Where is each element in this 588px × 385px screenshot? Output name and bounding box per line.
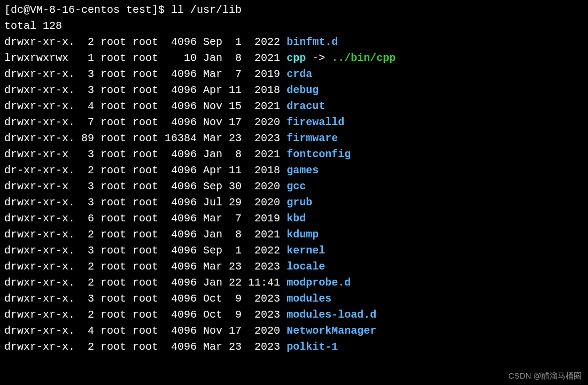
owner: root	[94, 276, 126, 289]
file-size: 4096	[158, 196, 197, 209]
group: root	[126, 196, 158, 209]
file-date: Jan 8 2021	[197, 52, 280, 64]
file-row: drwxr-xr-x. 2 root root 4096 Mar 23 2023…	[4, 259, 584, 275]
group: root	[126, 100, 158, 112]
group: root	[126, 341, 158, 353]
file-row: drwxr-xr-x. 3 root root 4096 Mar 7 2019 …	[4, 66, 584, 82]
file-name: kdump	[280, 228, 319, 241]
permissions: drwxr-xr-x.	[4, 68, 75, 80]
permissions: drwxr-xr-x.	[4, 196, 75, 209]
link-count: 3	[75, 148, 94, 160]
file-size: 4096	[158, 100, 197, 112]
owner: root	[94, 260, 126, 273]
group: root	[126, 292, 158, 305]
file-row: drwxr-xr-x 3 root root 4096 Sep 30 2020 …	[4, 179, 584, 195]
owner: root	[94, 325, 126, 337]
owner: root	[94, 212, 126, 225]
owner: root	[94, 148, 126, 160]
file-size: 4096	[158, 212, 197, 225]
file-listing: drwxr-xr-x. 2 root root 4096 Sep 1 2022 …	[4, 34, 584, 355]
permissions: drwxr-xr-x.	[4, 244, 75, 257]
file-name: debug	[280, 84, 319, 96]
file-name: cpp	[280, 52, 306, 64]
group: root	[126, 212, 158, 225]
file-name: fontconfig	[280, 148, 351, 160]
link-count: 3	[75, 244, 94, 257]
link-count: 3	[75, 180, 94, 192]
group: root	[126, 36, 158, 48]
file-date: Nov 17 2020	[197, 116, 280, 128]
link-count: 4	[75, 100, 94, 112]
group: root	[126, 84, 158, 96]
file-name: firewalld	[280, 116, 344, 128]
file-size: 4096	[158, 68, 197, 80]
file-size: 16384	[158, 132, 197, 144]
file-size: 4096	[158, 228, 197, 241]
file-size: 4096	[158, 84, 197, 96]
file-date: Mar 23 2023	[197, 341, 280, 353]
group: root	[126, 325, 158, 337]
owner: root	[94, 164, 126, 176]
file-row: drwxr-xr-x. 3 root root 4096 Oct 9 2023 …	[4, 291, 584, 307]
link-count: 2	[75, 341, 94, 353]
permissions: drwxr-xr-x.	[4, 325, 75, 337]
link-count: 3	[75, 84, 94, 96]
group: root	[126, 309, 158, 321]
owner: root	[94, 180, 126, 192]
file-date: Oct 9 2023	[197, 292, 280, 305]
file-size: 4096	[158, 180, 197, 192]
file-size: 4096	[158, 341, 197, 353]
owner: root	[94, 309, 126, 321]
group: root	[126, 148, 158, 160]
file-row: drwxr-xr-x. 3 root root 4096 Apr 11 2018…	[4, 82, 584, 98]
file-date: Nov 15 2021	[197, 100, 280, 112]
file-row: dr-xr-xr-x. 2 root root 4096 Apr 11 2018…	[4, 163, 584, 179]
file-row: drwxr-xr-x. 2 root root 4096 Sep 1 2022 …	[4, 34, 584, 50]
permissions: drwxr-xr-x.	[4, 260, 75, 273]
file-date: Sep 30 2020	[197, 180, 280, 192]
file-name: firmware	[280, 132, 338, 144]
file-name: locale	[280, 260, 325, 273]
symlink-arrow: ->	[306, 52, 331, 64]
file-date: Sep 1 2022	[197, 36, 280, 48]
link-count: 2	[75, 260, 94, 273]
permissions: drwxr-xr-x	[4, 148, 75, 160]
link-count: 6	[75, 212, 94, 225]
file-name: games	[280, 164, 319, 176]
file-size: 4096	[158, 276, 197, 289]
file-date: Jul 29 2020	[197, 196, 280, 209]
link-count: 89	[75, 132, 94, 144]
file-name: crda	[280, 68, 312, 80]
permissions: drwxr-xr-x.	[4, 212, 75, 225]
terminal-prompt[interactable]: [dc@VM-8-16-centos test]$ ll /usr/lib	[4, 2, 584, 18]
owner: root	[94, 196, 126, 209]
file-date: Apr 11 2018	[197, 84, 280, 96]
group: root	[126, 180, 158, 192]
file-row: drwxr-xr-x. 6 root root 4096 Mar 7 2019 …	[4, 211, 584, 227]
file-size: 4096	[158, 164, 197, 176]
file-size: 4096	[158, 148, 197, 160]
permissions: drwxr-xr-x	[4, 180, 75, 192]
permissions: lrwxrwxrwx	[4, 52, 75, 64]
group: root	[126, 52, 158, 64]
group: root	[126, 244, 158, 257]
file-size: 4096	[158, 292, 197, 305]
link-count: 2	[75, 228, 94, 241]
file-name: binfmt.d	[280, 36, 338, 48]
link-count: 2	[75, 276, 94, 289]
file-name: NetworkManager	[280, 325, 376, 337]
file-date: Mar 23 2023	[197, 132, 280, 144]
group: root	[126, 116, 158, 128]
group: root	[126, 132, 158, 144]
owner: root	[94, 100, 126, 112]
permissions: drwxr-xr-x.	[4, 100, 75, 112]
group: root	[126, 260, 158, 273]
owner: root	[94, 341, 126, 353]
link-count: 3	[75, 196, 94, 209]
owner: root	[94, 132, 126, 144]
link-count: 2	[75, 36, 94, 48]
file-name: dracut	[280, 100, 325, 112]
link-count: 4	[75, 325, 94, 337]
file-size: 10	[158, 52, 197, 64]
file-row: drwxr-xr-x. 2 root root 4096 Jan 22 11:4…	[4, 275, 584, 291]
